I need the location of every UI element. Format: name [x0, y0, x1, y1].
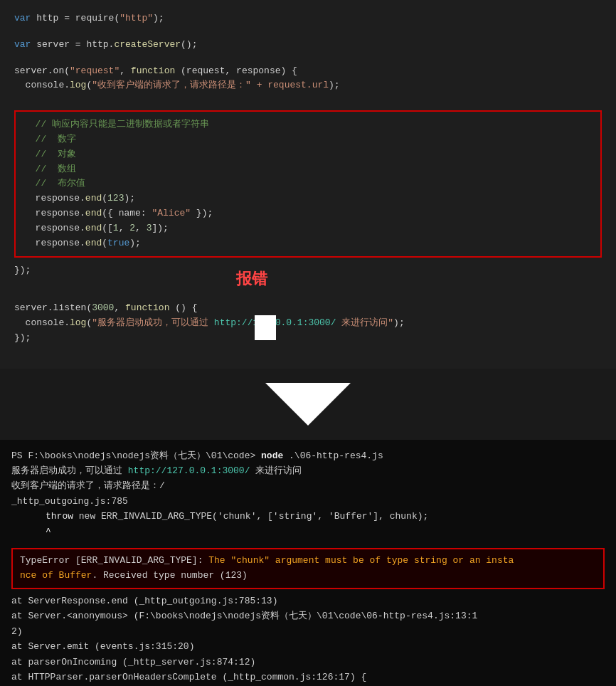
code-editor: var http = require("http"); var server =… — [0, 0, 616, 369]
error-highlight-box: TypeError [ERR_INVALID_ARG_TYPE]: The "c… — [11, 548, 605, 589]
terminal: PS F:\books\nodejs\nodejs资料（七天）\01\code>… — [0, 440, 616, 686]
code-response-4: response.end(true); — [24, 236, 592, 251]
code-line-4: console.log("收到客户端的请求了，请求路径是：" + request… — [14, 78, 602, 93]
terminal-server-started: 服务器启动成功，可以通过 http://127.0.0.1:3000/ 来进行访… — [11, 463, 605, 478]
code-line-1: var http = require("http"); — [14, 11, 602, 26]
terminal-request-received: 收到客户端的请求了，请求路径是：/ — [11, 478, 605, 493]
error-message-line1: TypeError [ERR_INVALID_ARG_TYPE]: The "c… — [20, 554, 596, 569]
error-message-line2: nce of Buffer. Received type number (123… — [20, 569, 596, 584]
terminal-stack-3: at Server.emit (events.js:315:20) — [11, 639, 605, 654]
arrow-section — [0, 369, 616, 440]
code-line-3: server.on("request", function (request, … — [14, 64, 602, 79]
comment-3: // 对象 — [24, 147, 592, 162]
comment-5: // 布尔值 — [24, 176, 592, 191]
terminal-caret: ^ — [11, 524, 605, 539]
terminal-throw-line: throw new ERR_INVALID_ARG_TYPE('chunk', … — [11, 509, 605, 524]
code-line-2: var server = http.createServer(); — [14, 38, 602, 53]
terminal-stack-2b: 2) — [11, 624, 605, 639]
arrow-container — [265, 383, 351, 426]
terminal-stack-5: at HTTPParser.parserOnHeadersComplete (_… — [11, 670, 605, 685]
error-label: 报错 — [236, 268, 267, 290]
code-response-1: response.end(123); — [24, 191, 592, 206]
comment-4: // 数组 — [24, 162, 592, 177]
code-close-1: }); — [14, 263, 602, 278]
code-listen-1: server.listen(3000, function () { — [14, 301, 602, 316]
terminal-stack-4: at parserOnIncoming (_http_server.js:874… — [11, 655, 605, 670]
comment-1: // 响应内容只能是二进制数据或者字符串 — [24, 117, 592, 132]
terminal-stack-2: at Server.<anonymous> (F:\books\nodejs\n… — [11, 608, 605, 623]
arrow-shaft — [255, 315, 276, 340]
arrow-down — [265, 383, 351, 426]
terminal-stack-1: at ServerResponse.end (_http_outgoing.js… — [11, 593, 605, 608]
error-box: 报错 // 响应内容只能是二进制数据或者字符串 // 数字 // 对象 // 数… — [14, 110, 602, 258]
code-listen-3: }); — [14, 331, 602, 346]
code-listen-2: console.log("服务器启动成功，可以通过 http://127.0.0… — [14, 316, 602, 331]
terminal-outgoing-file: _http_outgoing.js:785 — [11, 494, 605, 509]
comment-2: // 数字 — [24, 132, 592, 147]
code-response-3: response.end([1, 2, 3]); — [24, 221, 592, 236]
code-response-2: response.end({ name: "Alice" }); — [24, 206, 592, 221]
terminal-ps-line: PS F:\books\nodejs\nodejs资料（七天）\01\code>… — [11, 448, 605, 463]
